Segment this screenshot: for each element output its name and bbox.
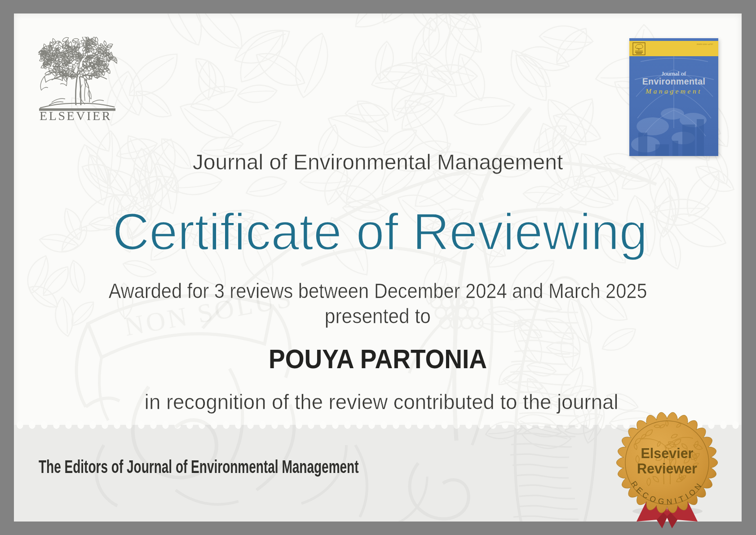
svg-text:Environmental: Environmental	[642, 76, 706, 86]
svg-text:Elsevier: Elsevier	[641, 446, 694, 461]
svg-text:Reviewer: Reviewer	[637, 461, 697, 477]
svg-text:Management: Management	[645, 87, 702, 95]
svg-text:Journal of: Journal of	[662, 70, 686, 77]
svg-text:ISSN 0301-4797: ISSN 0301-4797	[697, 43, 713, 45]
